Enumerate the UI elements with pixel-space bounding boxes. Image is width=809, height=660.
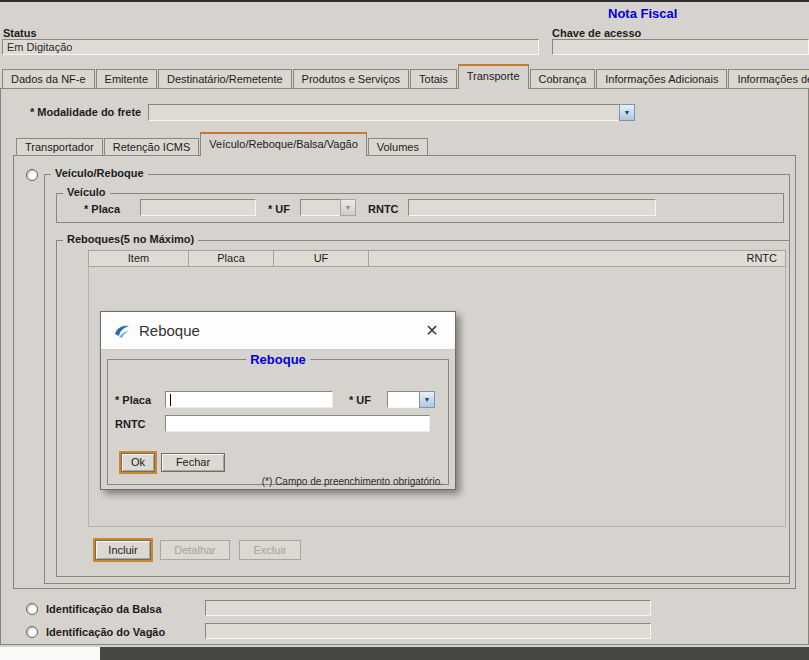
tab-transporte[interactable]: Transporte (458, 64, 529, 89)
veiculo-uf-label: * UF (268, 203, 290, 215)
subtab-volumes[interactable]: Volumes (368, 138, 428, 156)
veiculo-placa-field[interactable] (140, 199, 256, 216)
veiculo-uf-select[interactable]: ▼ (300, 199, 356, 216)
modalidade-frete-label: * Modalidade do frete (30, 106, 141, 118)
incluir-button[interactable]: Incluir (95, 540, 151, 560)
dialog-close-button[interactable]: ✕ (421, 321, 443, 340)
dialog-uf-select[interactable]: ▼ (387, 391, 435, 408)
reboque-dialog-titlebar[interactable]: Reboque ✕ (101, 312, 455, 350)
reboque-dialog-body: Reboque * Placa * UF ▼ RNTC Ok Fechar (*… (101, 350, 455, 489)
tab-destinatario-remetente[interactable]: Destinatário/Remetente (158, 69, 292, 89)
close-icon: ✕ (425, 322, 438, 339)
detalhar-button[interactable]: Detalhar (160, 540, 230, 560)
chave-acesso-label: Chave de acesso (552, 27, 641, 39)
column-header-item: Item (89, 251, 189, 266)
modalidade-frete-dropdown-button[interactable]: ▼ (619, 104, 635, 121)
identificacao-vagao-label: Identificação do Vagão (46, 626, 165, 638)
chevron-down-icon: ▼ (424, 396, 431, 403)
subtab-retencao-icms[interactable]: Retenção ICMS (104, 138, 200, 156)
column-header-rntc: RNTC (369, 251, 785, 266)
veiculo-rntc-label: RNTC (368, 203, 399, 215)
status-label: Status (3, 27, 37, 39)
identificacao-balsa-radio[interactable] (26, 603, 38, 615)
dialog-rntc-input[interactable] (165, 415, 430, 432)
window-top-border (0, 0, 809, 2)
tab-dados-da-nfe[interactable]: Dados da NF-e (2, 69, 95, 89)
veiculo-reboque-radio-label: Veículo/Reboque (51, 167, 148, 179)
reboque-group-title: Reboque (246, 352, 310, 367)
identificacao-vagao-radio[interactable] (26, 626, 38, 638)
reboques-table-header: Item Placa UF RNTC (88, 250, 786, 267)
tab-produtos-e-servicos[interactable]: Produtos e Serviços (293, 69, 409, 89)
bottom-bar-light (0, 647, 100, 660)
modalidade-frete-select[interactable]: ▼ (148, 104, 635, 121)
veiculo-placa-label: * Placa (84, 203, 120, 215)
dialog-placa-input[interactable] (165, 391, 333, 408)
column-header-placa: Placa (189, 251, 274, 266)
required-fields-note: (*) Campo de preenchimento obrigatório. (262, 476, 443, 487)
text-caret (170, 394, 171, 406)
nfe-logo-icon (113, 322, 131, 340)
subtab-veiculo-reboque-balsa-vagao[interactable]: Veículo/Reboque/Balsa/Vagão (200, 132, 366, 156)
subtab-transportador[interactable]: Transportador (16, 138, 103, 156)
chave-acesso-field[interactable] (552, 39, 809, 55)
veiculo-group-title: Veículo (63, 186, 110, 198)
identificacao-balsa-label: Identificação da Balsa (46, 603, 162, 615)
tab-emitente[interactable]: Emitente (96, 69, 157, 89)
identificacao-vagao-field[interactable] (205, 623, 651, 639)
veiculo-uf-value (300, 199, 340, 216)
dialog-rntc-label: RNTC (115, 418, 146, 430)
dialog-title: Reboque (139, 322, 200, 339)
excluir-button[interactable]: Excluir (239, 540, 301, 560)
ok-button[interactable]: Ok (121, 453, 155, 472)
fechar-button[interactable]: Fechar (161, 453, 225, 472)
dialog-uf-value (387, 391, 419, 408)
veiculo-rntc-field[interactable] (408, 199, 656, 216)
reboques-group-title: Reboques(5 no Máximo) (63, 233, 198, 245)
page-title: Nota Fiscal (608, 6, 677, 21)
tab-totais[interactable]: Totais (410, 69, 457, 89)
chevron-down-icon: ▼ (624, 109, 631, 116)
veiculo-reboque-radio[interactable] (26, 169, 38, 181)
veiculo-uf-dropdown-button[interactable]: ▼ (340, 199, 356, 216)
dialog-uf-dropdown-button[interactable]: ▼ (419, 391, 435, 408)
transporte-subtabbar: Transportador Retenção ICMS Veículo/Rebo… (16, 132, 429, 156)
bottom-bar (100, 647, 809, 660)
status-field[interactable]: Em Digitação (2, 39, 539, 55)
reboque-dialog: Reboque ✕ Reboque * Placa * UF ▼ RNTC Ok… (100, 311, 456, 490)
chevron-down-icon: ▼ (345, 204, 352, 211)
column-header-uf: UF (274, 251, 369, 266)
identificacao-balsa-field[interactable] (205, 600, 651, 616)
dialog-placa-label: * Placa (115, 394, 151, 406)
dialog-uf-label: * UF (349, 394, 371, 406)
tab-informacoes-adicionais[interactable]: Informações Adicionais (596, 69, 727, 89)
main-tabbar: Dados da NF-e Emitente Destinatário/Reme… (2, 64, 809, 89)
tab-cobranca[interactable]: Cobrança (530, 69, 596, 89)
modalidade-frete-value (148, 104, 619, 121)
tab-informacoes-de-pagamento[interactable]: Informações de Pagame (728, 69, 809, 89)
